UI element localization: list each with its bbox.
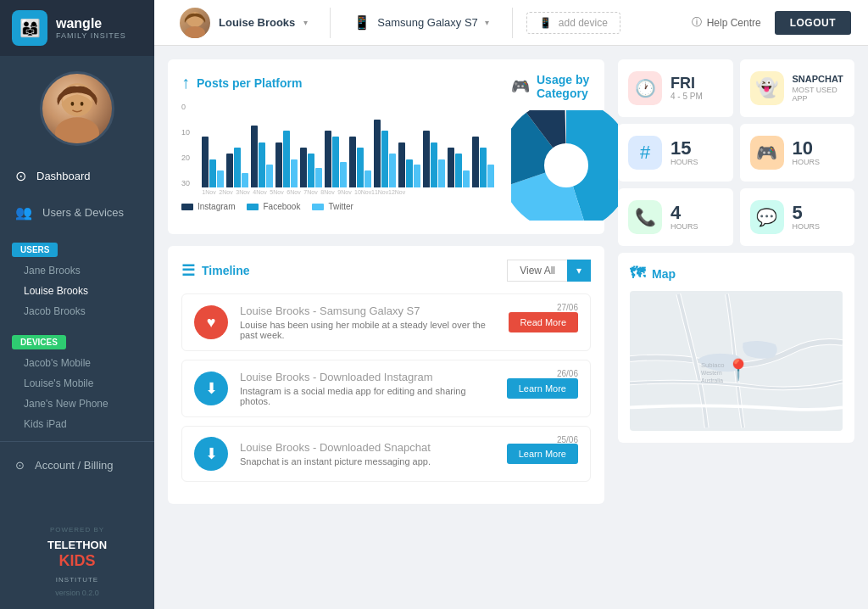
sidebar-device-jacob[interactable]: Jacob's Mobile [0, 353, 154, 373]
phone-icon: 📞 [628, 200, 662, 234]
bar-group [251, 126, 273, 187]
bar-group [300, 148, 322, 187]
device-chevron-icon: ▾ [485, 18, 489, 27]
stat-fri-info: FRI 4 - 5 PM [670, 75, 703, 102]
help-centre-button[interactable]: ⓘ Help Centre [692, 15, 761, 30]
sidebar-user-jacob[interactable]: Jacob Brooks [0, 301, 154, 321]
svg-text:Western: Western [701, 370, 722, 376]
device-icon: 📱 [353, 14, 370, 31]
stat-5h-info: 5 HOURS [793, 204, 821, 231]
users-section-label: USERS [12, 243, 58, 257]
bar-group [325, 131, 347, 187]
topbar-device-selector[interactable]: 📱 Samsung Galaxy S7 ▾ [344, 8, 498, 36]
bar-instagram [251, 126, 258, 187]
usage-chart-title: 🎮 Usage by Category [511, 73, 618, 100]
sidebar-user-jane[interactable]: Jane Brooks [0, 260, 154, 281]
bar-facebook [431, 142, 437, 187]
stat-5h-sub: HOURS [793, 222, 821, 231]
add-device-button[interactable]: 📱 add device [526, 12, 620, 34]
bar-instagram [448, 148, 454, 187]
timeline-download-icon: ⬇ [194, 437, 228, 471]
bar-twitter [364, 170, 371, 187]
timeline-view-all: View All ▾ [507, 260, 591, 282]
topbar-user-menu[interactable]: Louise Brooks ▾ [171, 3, 316, 43]
bar-facebook [332, 137, 339, 187]
x-axis-label: 6Nov [287, 189, 301, 195]
bar-instagram [275, 142, 282, 187]
stats-grid: 🕐 FRI 4 - 5 PM 👻 SNAPCHAT MOST USED APP [618, 59, 854, 246]
x-axis-label: 1Nov [202, 189, 216, 195]
app-logo-icon: 👨‍👩‍👧 [12, 10, 47, 46]
view-all-button[interactable]: View All [507, 260, 567, 282]
stat-fri-sub: 4 - 5 PM [670, 92, 703, 101]
timeline-item-name: Louise Brooks - Samsung Galaxy S7 [240, 304, 497, 317]
hash-icon: # [628, 136, 662, 170]
stat-15h-sub: HOURS [670, 158, 698, 166]
x-axis-label: 12Nov [388, 189, 403, 195]
x-axis-label: 3Nov [236, 189, 250, 195]
logout-button[interactable]: LOGOUT [775, 11, 851, 35]
y-axis: 3020100 [181, 103, 190, 187]
view-all-dropdown[interactable]: ▾ [567, 260, 591, 282]
sidebar-item-dashboard[interactable]: ⊙ Dashboard [0, 158, 154, 194]
bar-facebook [406, 159, 413, 187]
usage-chart-section: 🎮 Usage by Category [511, 73, 618, 221]
x-axis-label: 9Nov [337, 189, 352, 195]
avatar [40, 71, 114, 146]
center-panel: ↑ Posts per Platform 3020100 1Nov2Nov3No… [154, 46, 618, 609]
stat-card-fri: 🕐 FRI 4 - 5 PM [618, 59, 733, 117]
pie-chart [511, 110, 618, 221]
sidebar-device-kids[interactable]: Kids iPad [0, 414, 154, 434]
legend-dot-facebook [247, 204, 259, 210]
learn-more-button2[interactable]: Learn More [507, 444, 578, 464]
chart-legend: Instagram Facebook Twitter [181, 202, 494, 211]
learn-more-button[interactable]: Learn More [507, 378, 578, 399]
timeline-item-name: Louise Brooks - Downloaded Instagram [240, 371, 495, 383]
x-axis-label: 10Nov [354, 189, 369, 195]
timeline-download-icon: ⬇ [194, 372, 228, 405]
read-more-button[interactable]: Read More [509, 312, 578, 332]
posts-chart-title: ↑ Posts per Platform [181, 73, 494, 92]
svg-point-3 [71, 102, 75, 106]
stat-card-5h: 💬 5 HOURS [740, 188, 855, 246]
version-label: version 0.2.0 [12, 589, 142, 597]
map-icon: 🗺 [630, 265, 645, 282]
bar-twitter [389, 154, 396, 187]
timeline-header: ☰ Timeline View All ▾ [181, 260, 591, 282]
svg-point-1 [55, 117, 99, 146]
legend-dot-twitter [312, 204, 324, 210]
help-label: Help Centre [707, 17, 761, 29]
bar-facebook [234, 148, 241, 187]
timeline-item-name: Louise Brooks - Downloaded Snapchat [240, 441, 495, 454]
sidebar-device-jane[interactable]: Jane's New Phone [0, 394, 154, 414]
legend-dot-instagram [181, 204, 193, 210]
stat-fri-value: FRI [670, 75, 703, 92]
timeline-heart-icon: ♥ [194, 305, 228, 339]
posts-icon: ↑ [181, 73, 190, 92]
clock-icon: 🕐 [628, 71, 662, 105]
sidebar-divider [0, 441, 154, 442]
bar-group [423, 131, 445, 187]
map-card: 🗺 Map [618, 253, 854, 443]
stat-snapchat-label: SNAPCHAT [793, 74, 845, 85]
timeline-section: ☰ Timeline View All ▾ ♥ Louise Brooks - [168, 246, 604, 504]
sidebar-item-label: Users & Devices [42, 206, 124, 219]
stat-15h-value: 15 [670, 139, 698, 158]
map-display: Subiaco Western Australia 📍 [630, 291, 843, 431]
sidebar-user-louise[interactable]: Louise Brooks [0, 281, 154, 301]
bar-twitter [291, 159, 298, 187]
stat-10h-value: 10 [793, 139, 821, 158]
stat-4h-sub: HOURS [670, 222, 698, 231]
stat-card-snapchat: 👻 SNAPCHAT MOST USED APP [740, 59, 855, 117]
sidebar-device-louise[interactable]: Louise's Mobile [0, 373, 154, 394]
sidebar-account[interactable]: ⊙ Account / Billing [0, 449, 154, 482]
bar-twitter [266, 165, 273, 187]
timeline-item-content: Louise Brooks - Downloaded Snapchat Snap… [240, 441, 495, 467]
bar-facebook [455, 154, 462, 187]
legend-facebook: Facebook [247, 202, 300, 211]
add-device-icon: 📱 [539, 17, 552, 29]
svg-point-4 [81, 102, 84, 106]
bar-facebook [308, 154, 314, 187]
sidebar: 👨‍👩‍👧 wangle family insites ⊙ Dashboard … [0, 0, 154, 609]
sidebar-item-users-devices[interactable]: 👥 Users & Devices [0, 194, 154, 231]
